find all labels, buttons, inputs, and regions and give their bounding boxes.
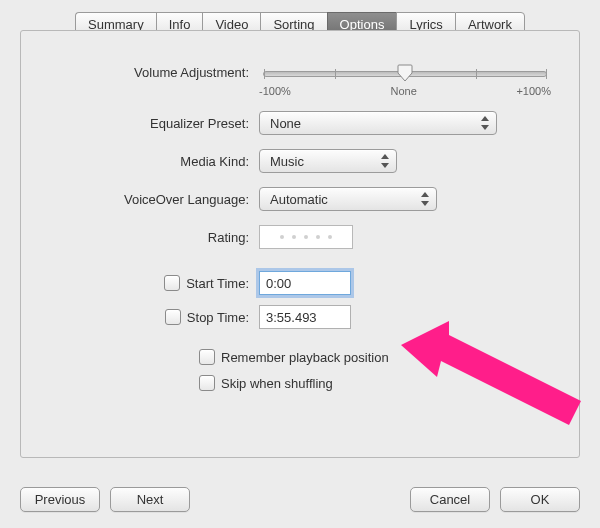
options-panel: Volume Adjustment: -100% None +100% xyxy=(20,30,580,458)
media-value: Music xyxy=(270,154,304,169)
volume-label: Volume Adjustment: xyxy=(49,65,259,80)
ok-button[interactable]: OK xyxy=(500,487,580,512)
rating-label: Rating: xyxy=(49,230,259,245)
eq-value: None xyxy=(270,116,301,131)
media-popup[interactable]: Music xyxy=(259,149,397,173)
dialog-footer: Previous Next Cancel OK xyxy=(20,487,580,512)
stop-time-field[interactable]: 3:55.493 xyxy=(259,305,351,329)
start-time-field[interactable]: 0:00 xyxy=(259,271,351,295)
stop-time-checkbox[interactable] xyxy=(165,309,181,325)
cancel-button[interactable]: Cancel xyxy=(410,487,490,512)
rating-dot-icon xyxy=(328,235,332,239)
eq-popup[interactable]: None xyxy=(259,111,497,135)
remember-checkbox[interactable] xyxy=(199,349,215,365)
voiceover-value: Automatic xyxy=(270,192,328,207)
start-time-checkbox[interactable] xyxy=(164,275,180,291)
remember-label: Remember playback position xyxy=(221,350,389,365)
media-label: Media Kind: xyxy=(49,154,259,169)
rating-dot-icon xyxy=(316,235,320,239)
rating-dot-icon xyxy=(280,235,284,239)
updown-icon xyxy=(420,192,430,206)
rating-dot-icon xyxy=(292,235,296,239)
updown-icon xyxy=(480,116,490,130)
start-time-label: Start Time: xyxy=(186,276,249,291)
svg-marker-0 xyxy=(401,321,581,425)
rating-field[interactable] xyxy=(259,225,353,249)
stop-time-label: Stop Time: xyxy=(187,310,249,325)
rating-dot-icon xyxy=(304,235,308,239)
start-time-value: 0:00 xyxy=(266,276,291,291)
voiceover-popup[interactable]: Automatic xyxy=(259,187,437,211)
volume-slider[interactable]: -100% None +100% xyxy=(259,65,551,97)
slider-min-label: -100% xyxy=(259,85,291,97)
updown-icon xyxy=(380,154,390,168)
slider-mid-label: None xyxy=(390,85,416,97)
options-dialog: { "tabs": {"summary":"Summary","info":"I… xyxy=(0,0,600,528)
slider-max-label: +100% xyxy=(516,85,551,97)
next-button[interactable]: Next xyxy=(110,487,190,512)
voiceover-label: VoiceOver Language: xyxy=(49,192,259,207)
stop-time-value: 3:55.493 xyxy=(266,310,317,325)
skip-checkbox[interactable] xyxy=(199,375,215,391)
previous-button[interactable]: Previous xyxy=(20,487,100,512)
skip-label: Skip when shuffling xyxy=(221,376,333,391)
slider-thumb-icon[interactable] xyxy=(397,64,413,82)
eq-label: Equalizer Preset: xyxy=(49,116,259,131)
